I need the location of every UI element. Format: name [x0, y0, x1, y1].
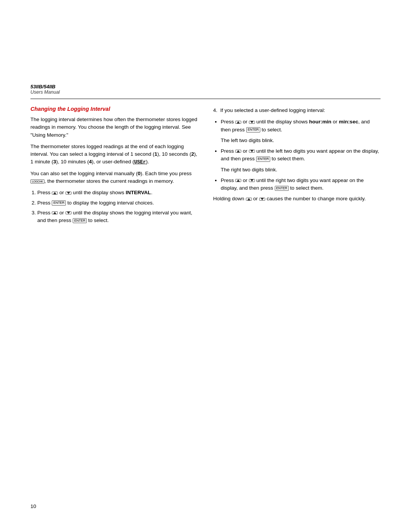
page: 53IIB/54IIB Users Manual Changing the Lo… — [0, 0, 411, 532]
bullet-3: Press or until the right two digits you … — [221, 177, 381, 192]
step-2: Press ENTER to display the logging inter… — [37, 199, 198, 207]
right-column: 4. If you selected a user-defined loggin… — [213, 106, 381, 227]
step-3: Press or until the display shows the log… — [37, 209, 198, 225]
up-arrow-key-r2 — [235, 150, 241, 153]
down-arrow-key-r3 — [249, 179, 255, 182]
section-title: Changing the Logging Interval — [30, 106, 198, 112]
enter-key-2: ENTER — [73, 218, 87, 224]
enter-key-1: ENTER — [52, 200, 66, 206]
logchk-key: LOG​CHK — [30, 179, 45, 184]
down-arrow-key-2 — [65, 211, 72, 214]
steps-list: Press or until the display shows INTERVA… — [30, 189, 198, 224]
page-number: 10 — [30, 503, 36, 509]
step-1: Press or until the display shows INTERVA… — [37, 189, 198, 197]
up-arrow-key-r3 — [235, 179, 241, 182]
content-area: Changing the Logging Interval The loggin… — [0, 99, 411, 227]
paragraph-2: The thermometer stores logged readings a… — [30, 143, 198, 166]
product-title: 53IIB/54IIB — [30, 84, 381, 89]
paragraph-1: The logging interval determines how ofte… — [30, 116, 198, 139]
up-arrow-key-r1 — [235, 121, 241, 124]
bullet-1: Press or until the display shows hour:mi… — [221, 118, 381, 144]
holding-note: Holding down or causes the number to cha… — [213, 195, 381, 203]
enter-key-r1: ENTER — [246, 127, 260, 133]
right-intro: 4. If you selected a user-defined loggin… — [213, 107, 381, 114]
paragraph-3: You can also set the logging interval ma… — [30, 170, 198, 185]
header-area: 53IIB/54IIB Users Manual — [0, 0, 411, 98]
left-column: Changing the Logging Interval The loggin… — [30, 106, 198, 227]
enter-key-r3: ENTER — [275, 186, 289, 191]
blink-note-1: The left two digits blink. — [221, 137, 381, 144]
bullet-list: Press or until the display shows hour:mi… — [213, 118, 381, 192]
up-arrow-key-2 — [52, 211, 58, 214]
blink-note-2: The right two digits blink. — [221, 166, 381, 174]
manual-subtitle: Users Manual — [30, 89, 381, 95]
down-arrow-key-1 — [65, 192, 72, 195]
up-arrow-key-1 — [52, 192, 58, 195]
down-arrow-key-r2 — [249, 150, 255, 153]
down-arrow-key-r1 — [249, 121, 255, 124]
down-arrow-key-hold — [259, 198, 265, 201]
up-arrow-key-hold — [246, 198, 252, 201]
enter-key-r2: ENTER — [256, 157, 270, 162]
bullet-2: Press or until the left two digits you w… — [221, 147, 381, 174]
